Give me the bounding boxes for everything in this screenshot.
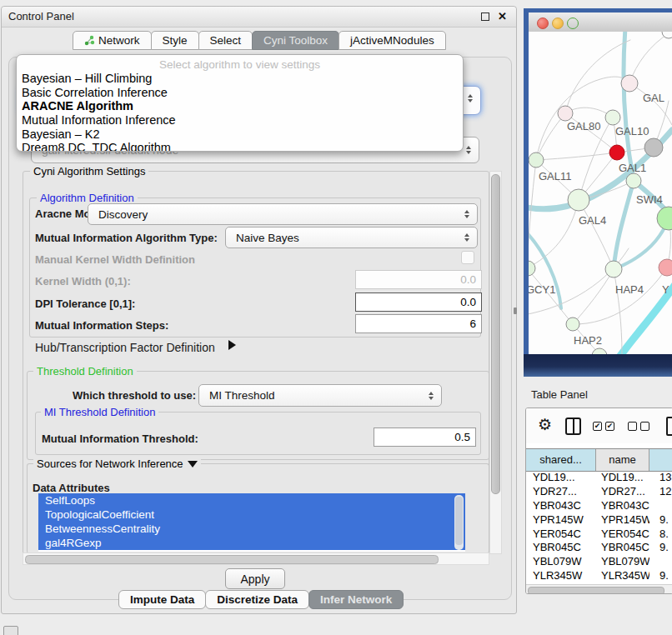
panel-splitter-handle[interactable]: [514, 308, 517, 314]
mi-type-select[interactable]: Naive Bayes: [225, 227, 478, 248]
network-window-titlebar[interactable]: [529, 12, 672, 32]
node-unlabeled[interactable]: [644, 138, 663, 157]
node-unlabeled[interactable]: [657, 207, 672, 230]
tab-discretize-data[interactable]: Discretize Data: [205, 590, 309, 609]
which-threshold-select[interactable]: MI Threshold: [198, 384, 442, 407]
tab-select[interactable]: Select: [198, 31, 253, 50]
table-row[interactable]: YBR043CYBR043C: [526, 499, 672, 513]
apply-button[interactable]: Apply: [225, 568, 285, 589]
control-panel-titlebar[interactable]: Control Panel ✕: [2, 7, 516, 28]
settings-horizontal-scrollbar-thumb[interactable]: [25, 555, 439, 564]
settings-vertical-scrollbar[interactable]: [489, 171, 502, 554]
split-columns-icon[interactable]: [565, 418, 581, 435]
node-unlabeled[interactable]: [592, 348, 607, 354]
attribute-topologicalcoefficient[interactable]: TopologicalCoefficient: [38, 508, 465, 522]
node-hap4[interactable]: [605, 261, 622, 278]
network-edge[interactable]: [629, 83, 672, 125]
manual-kernel-checkbox[interactable]: [461, 251, 474, 264]
network-edge[interactable]: [536, 152, 617, 160]
table-row[interactable]: YLR345WYLR345W9.: [526, 569, 672, 583]
node-y[interactable]: [659, 259, 672, 276]
table-row[interactable]: YDL19...YDL19...13: [526, 471, 672, 485]
node-gal10[interactable]: [605, 110, 620, 125]
node-swi4[interactable]: [626, 173, 641, 188]
table-row[interactable]: YDR27...YDR27...12: [526, 485, 672, 499]
dpi-tolerance-field[interactable]: 0.0: [355, 292, 482, 312]
tab-cyni-toolbox[interactable]: Cyni Toolbox: [252, 31, 339, 50]
mi-threshold-title: MI Threshold Definition: [41, 406, 158, 418]
zoom-traffic-light[interactable]: [567, 18, 579, 29]
attribute-betweennesscentrality[interactable]: BetweennessCentrality: [38, 522, 465, 536]
table-cell: YBR045C: [596, 541, 649, 555]
node-hap2[interactable]: [566, 318, 579, 331]
dpi-tolerance-label: DPI Tolerance [0,1]:: [35, 298, 135, 310]
algorithm-placeholder: Select algorithm to view settings: [17, 58, 463, 71]
algorithm-option-bayesian-hill-climbing[interactable]: Bayesian – Hill Climbing: [20, 72, 459, 86]
minimize-traffic-light[interactable]: [552, 18, 564, 29]
attribute-selfloops[interactable]: SelfLoops: [38, 493, 465, 508]
close-icon[interactable]: ✕: [498, 10, 507, 22]
close-traffic-light[interactable]: [537, 18, 549, 29]
attributes-scrollbar-thumb[interactable]: [455, 497, 463, 545]
algorithm-option-basic-correlation-inference[interactable]: Basic Correlation Inference: [20, 86, 459, 100]
table-row[interactable]: YPR145WYPR145W9.: [526, 513, 672, 528]
tab-label: Network: [98, 32, 140, 49]
combo-arrows-icon: [463, 146, 474, 154]
table-horizontal-scrollbar[interactable]: [526, 584, 672, 594]
mi-threshold-label: Mutual Information Threshold:: [42, 432, 198, 445]
table-row[interactable]: YER054CYER054C8.: [526, 528, 672, 542]
checked-box-icon[interactable]: ✔: [593, 422, 602, 431]
table-cell: YBR043C: [526, 499, 596, 513]
network-edge[interactable]: [573, 269, 614, 324]
tab-style[interactable]: Style: [151, 31, 199, 50]
settings-vertical-scrollbar-thumb[interactable]: [491, 174, 500, 494]
network-edge[interactable]: [529, 268, 573, 324]
algorithm-option-bayesian-k2[interactable]: Bayesian – K2: [20, 128, 459, 142]
network-edge[interactable]: [529, 160, 536, 268]
tab-network[interactable]: Network: [73, 31, 152, 50]
mi-threshold-field[interactable]: 0.5: [374, 428, 476, 447]
attribute-gal4rgexp[interactable]: gal4RGexp: [38, 536, 465, 550]
algorithm-option-aracne-algorithm[interactable]: ARACNE Algorithm: [20, 99, 459, 113]
network-edge[interactable]: [629, 33, 669, 83]
tab-impute-data[interactable]: Impute Data: [118, 590, 206, 609]
table-row[interactable]: YBL079WYBL079W: [526, 555, 672, 569]
float-window-icon[interactable]: [481, 12, 489, 21]
network-canvas[interactable]: GALGAL80GAL10GAL1GAL11SWI4GAL4GCY1HAP4YH…: [529, 32, 672, 354]
unchecked-box-icon[interactable]: [640, 422, 649, 431]
kernel-width-field[interactable]: 0.0: [355, 270, 482, 289]
unchecked-box-icon[interactable]: [628, 422, 637, 431]
column-header-col2[interactable]: [649, 449, 672, 471]
checked-box-icon[interactable]: ✔: [605, 422, 614, 431]
algorithm-option-dream8-dc-tdc-algorithm[interactable]: Dream8 DC_TDC Algorithm: [20, 141, 459, 152]
tab-jactivemnodules[interactable]: jActiveMNodules: [339, 31, 446, 50]
table-row[interactable]: YBR045CYBR045C9.: [526, 541, 672, 555]
mi-steps-field[interactable]: 6: [355, 314, 482, 333]
column-header-shared[interactable]: shared...: [526, 449, 596, 471]
tab-label: jActiveMNodules: [350, 32, 434, 49]
attributes-scrollbar[interactable]: [454, 495, 464, 550]
table-body: YDL19...YDL19...13YDR27...YDR27...12YBR0…: [526, 471, 672, 584]
node-gal11[interactable]: [529, 152, 544, 168]
node-label-gal: GAL: [643, 92, 664, 104]
column-header-name[interactable]: name: [596, 449, 649, 471]
network-edge[interactable]: [579, 200, 614, 269]
aracne-mode-select[interactable]: Discovery: [88, 203, 478, 225]
node-gal80[interactable]: [558, 106, 573, 121]
network-edge[interactable]: [565, 40, 630, 113]
document-icon[interactable]: [666, 417, 672, 436]
algorithm-option-mutual-information-inference[interactable]: Mutual Information Inference: [20, 113, 459, 128]
node-gal4[interactable]: [568, 189, 589, 211]
floating-panel-icon[interactable]: [3, 626, 18, 635]
settings-horizontal-scrollbar[interactable]: [23, 552, 489, 565]
table-horizontal-scrollbar-thumb[interactable]: [528, 587, 664, 595]
tab-infer-network[interactable]: Infer Network: [308, 590, 404, 609]
node-gal[interactable]: [621, 75, 638, 92]
collapse-arrow-icon[interactable]: [188, 461, 198, 468]
node-gcy1[interactable]: [529, 261, 535, 276]
expand-arrow-icon[interactable]: [228, 340, 236, 350]
gear-icon[interactable]: ⚙: [538, 415, 552, 434]
node-gal1[interactable]: [609, 145, 624, 160]
network-view-window: GALGAL80GAL10GAL1GAL11SWI4GAL4GCY1HAP4YH…: [529, 12, 672, 354]
aracne-mode-value: Discovery: [88, 208, 461, 221]
